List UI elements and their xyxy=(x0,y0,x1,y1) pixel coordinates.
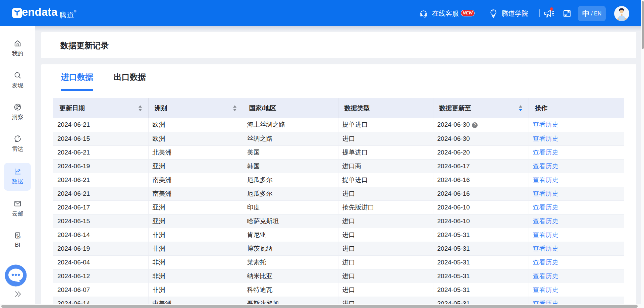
svg-text:BI: BI xyxy=(17,236,20,239)
